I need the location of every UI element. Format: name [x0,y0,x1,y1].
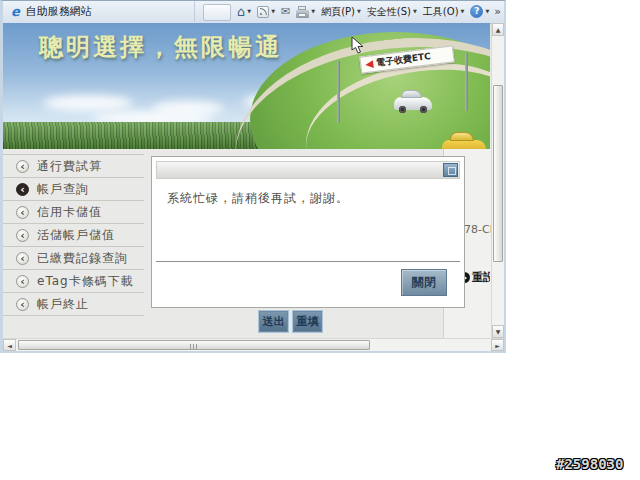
page-content: ‹ 通行費試算 ‹ 帳戶查詢 ‹ 信用卡儲值 ‹ 活儲帳戶儲值 ‹ 已繳費記 [3,149,491,338]
screenshot-canvas: e 自助服務網站 ⌂ ▼ ▼ ✉ ▼ [0,0,640,480]
reset-button[interactable]: 重填 [292,310,323,333]
dialog-close-button[interactable] [443,163,458,177]
banner-headline: 聰明選擇，無限暢通 [39,31,282,63]
mail-icon: ✉ [281,6,290,17]
home-icon: ⌂ [237,5,245,18]
vertical-scrollbar[interactable]: ▲ ▼ [491,23,504,338]
sidebar-item-payment-records[interactable]: ‹ 已繳費記錄查詢 [3,247,144,270]
tab-title: 自助服務網站 [26,4,92,19]
sidebar-item-etag-barcode-download[interactable]: ‹ eTag卡條碼下載 [3,270,144,293]
watermark: #2598030 [556,456,623,472]
command-bar-overflow-button[interactable]: » [494,5,501,18]
rss-feed-icon [257,6,269,18]
help-menu-button[interactable]: ? ▼ [469,4,490,19]
sidebar-item-label: eTag卡條碼下載 [37,273,134,290]
submit-button[interactable]: 送出 [258,310,289,333]
car-illustration [442,140,486,149]
scroll-up-button[interactable]: ▲ [492,23,504,36]
banner: 聰明選擇，無限暢通 電子收費ETC [3,23,490,149]
dialog-message: 系統忙碌，請稍後再試，謝謝。 [167,190,349,207]
up-arrow-icon: ▲ [496,26,501,33]
chevron-down-icon: ▼ [271,9,275,14]
dialog-close-action-button[interactable]: 關閉 [401,269,447,296]
print-button[interactable]: ▼ [295,5,316,19]
system-busy-dialog: 系統忙碌，請稍後再試，謝謝。 關閉 [151,156,465,308]
sidebar-item-label: 通行費試算 [37,158,102,175]
printer-icon [296,10,309,18]
chevron-left-circle-icon: ‹ [16,298,29,311]
page-menu-label: 網頁(P) [321,5,355,19]
home-button[interactable]: ⌂ ▼ [236,4,252,19]
scroll-left-button[interactable]: ◄ [3,339,16,351]
cloud-shape [43,95,133,111]
dialog-title-bar [156,161,460,179]
chevron-down-icon: ▼ [461,9,465,14]
new-tab-button[interactable] [203,4,231,21]
tools-menu-button[interactable]: 工具(O) ▼ [422,4,466,20]
gantry-pole [465,53,468,111]
chevron-left-circle-icon: ‹ [16,160,29,173]
chevron-left-circle-icon: ‹ [16,229,29,242]
chevron-down-icon: ▼ [357,9,361,14]
right-arrow-icon: ► [495,342,500,349]
sidebar-item-label: 帳戶查詢 [37,181,89,198]
horizontal-scrollbar[interactable]: ◄ ► [3,338,504,351]
refresh-link-label: 重設 [472,270,490,285]
sidebar-menu: ‹ 通行費試算 ‹ 帳戶查詢 ‹ 信用卡儲值 ‹ 活儲帳戶儲值 ‹ 已繳費記 [3,154,144,316]
gantry-pole [337,61,340,123]
chevron-left-circle-icon: ‹ [16,252,29,265]
chevron-left-circle-icon: ‹ [16,206,29,219]
dialog-divider [156,261,460,262]
safety-menu-button[interactable]: 安全性(S) ▼ [366,4,418,20]
help-icon: ? [470,5,483,18]
down-arrow-icon: ▼ [496,328,501,335]
chevron-down-icon: ▼ [485,9,489,14]
chevron-left-circle-icon: ‹ [16,183,29,196]
mouse-cursor-icon [351,37,365,59]
etc-logo-icon [365,60,374,69]
sidebar-item-savings-account-topup[interactable]: ‹ 活儲帳戶儲值 [3,224,144,247]
sidebar-item-label: 帳戶終止 [37,296,89,313]
chevron-down-icon: ▼ [311,9,315,14]
browser-window: e 自助服務網站 ⌂ ▼ ▼ ✉ ▼ [0,0,506,353]
car-illustration [394,97,432,110]
safety-menu-label: 安全性(S) [367,5,411,19]
page-menu-button[interactable]: 網頁(P) ▼ [320,4,362,20]
sidebar-item-credit-card-topup[interactable]: ‹ 信用卡儲值 [3,201,144,224]
command-bar: ⌂ ▼ ▼ ✉ ▼ 網頁(P) ▼ [236,1,501,22]
chevron-down-icon: ▼ [247,9,251,14]
sidebar-item-account-termination[interactable]: ‹ 帳戶終止 [3,293,144,316]
sidebar-item-label: 活儲帳戶儲值 [37,227,115,244]
vertical-scrollbar-thumb[interactable] [493,85,503,262]
horizontal-scrollbar-thumb[interactable] [18,340,370,350]
sidebar-item-label: 已繳費記錄查詢 [37,250,128,267]
left-arrow-icon: ◄ [7,342,12,349]
banner-illustration: 電子收費ETC [315,23,490,149]
scroll-right-button[interactable]: ► [491,339,504,351]
browser-tab-bar: e 自助服務網站 ⌂ ▼ ▼ ✉ ▼ [3,1,504,24]
sidebar-item-account-inquiry[interactable]: ‹ 帳戶查詢 [3,178,144,201]
read-mail-button[interactable]: ✉ [280,5,291,18]
scroll-down-button[interactable]: ▼ [492,325,504,338]
feeds-button[interactable]: ▼ [256,5,276,19]
chevron-left-circle-icon: ‹ [16,275,29,288]
browser-tab[interactable]: e 自助服務網站 [3,1,195,22]
tools-menu-label: 工具(O) [423,5,459,19]
sidebar-item-toll-calculator[interactable]: ‹ 通行費試算 [3,154,144,178]
ie-favicon-icon: e [11,5,20,18]
sidebar-item-label: 信用卡儲值 [37,204,102,221]
chevron-down-icon: ▼ [413,9,417,14]
